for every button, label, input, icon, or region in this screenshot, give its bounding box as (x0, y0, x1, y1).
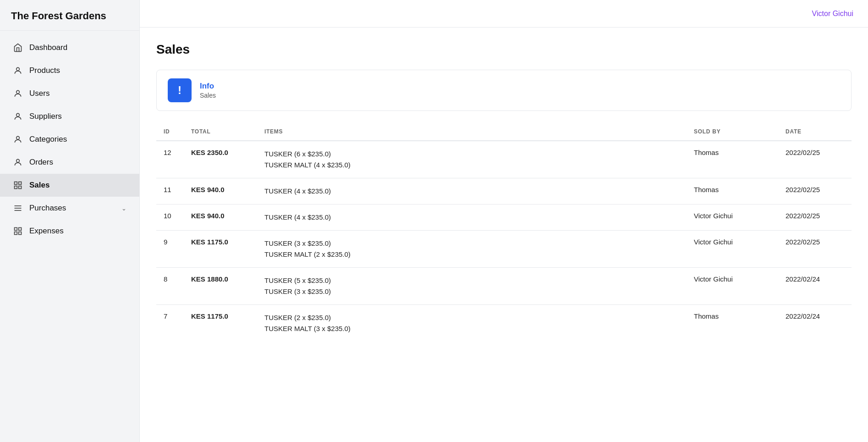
sidebar-label-expenses: Expenses (29, 227, 126, 236)
cell-items: TUSKER (6 x $235.0)TUSKER MALT (4 x $235… (257, 141, 687, 178)
svg-point-2 (16, 113, 20, 116)
item-line: TUSKER (6 x $235.0) (264, 149, 679, 160)
sidebar-item-suppliers[interactable]: Suppliers (0, 105, 139, 128)
cell-items: TUSKER (4 x $235.0) (257, 178, 687, 204)
cell-items: TUSKER (2 x $235.0)TUSKER MALT (3 x $235… (257, 305, 687, 342)
col-date: DATE (778, 124, 852, 141)
home-icon (13, 43, 23, 53)
topbar: Victor Gichui (140, 0, 868, 28)
info-icon-box: ! (168, 78, 192, 102)
sidebar-item-products[interactable]: Products (0, 59, 139, 82)
svg-rect-12 (15, 228, 17, 231)
cell-id: 10 (156, 204, 184, 231)
sidebar-label-sales: Sales (29, 181, 126, 190)
cell-id: 7 (156, 305, 184, 342)
item-line: TUSKER (4 x $235.0) (264, 186, 679, 197)
cell-date: 2022/02/24 (778, 268, 852, 305)
col-items: ITEMS (257, 124, 687, 141)
svg-rect-7 (15, 186, 17, 189)
sidebar-nav: Dashboard Products Users Suppliers Categ (0, 31, 139, 248)
cell-id: 12 (156, 141, 184, 178)
sidebar-label-orders: Orders (29, 158, 126, 167)
svg-point-1 (16, 90, 20, 94)
svg-rect-5 (15, 182, 17, 185)
sidebar-label-dashboard: Dashboard (29, 43, 126, 52)
sidebar-item-purchases[interactable]: Purchases ⌄ (0, 197, 139, 220)
sidebar-item-dashboard[interactable]: Dashboard (0, 36, 139, 59)
suppliers-icon (13, 111, 23, 122)
sidebar-item-expenses[interactable]: Expenses (0, 220, 139, 243)
cell-total: KES 940.0 (184, 204, 257, 231)
item-line: TUSKER (3 x $235.0) (264, 238, 679, 249)
table-row: 11KES 940.0TUSKER (4 x $235.0)Thomas2022… (156, 178, 852, 204)
cell-date: 2022/02/25 (778, 204, 852, 231)
cell-soldby: Thomas (687, 141, 778, 178)
sidebar: The Forest Gardens Dashboard Products Us… (0, 0, 140, 442)
cell-total: KES 940.0 (184, 178, 257, 204)
item-line: TUSKER MALT (3 x $235.0) (264, 323, 679, 334)
main-area: Victor Gichui Sales ! Info Sales ID TOTA… (140, 0, 868, 442)
cell-date: 2022/02/24 (778, 305, 852, 342)
sales-table: ID TOTAL ITEMS SOLD BY DATE 12KES 2350.0… (156, 124, 852, 342)
cell-total: KES 1175.0 (184, 231, 257, 268)
cell-soldby: Victor Gichui (687, 231, 778, 268)
chevron-down-icon: ⌄ (121, 205, 126, 212)
table-header-row: ID TOTAL ITEMS SOLD BY DATE (156, 124, 852, 141)
cell-date: 2022/02/25 (778, 141, 852, 178)
table-row: 12KES 2350.0TUSKER (6 x $235.0)TUSKER MA… (156, 141, 852, 178)
cell-soldby: Thomas (687, 178, 778, 204)
cell-items: TUSKER (3 x $235.0)TUSKER MALT (2 x $235… (257, 231, 687, 268)
cell-id: 8 (156, 268, 184, 305)
item-line: TUSKER (3 x $235.0) (264, 286, 679, 297)
sidebar-item-users[interactable]: Users (0, 82, 139, 105)
cell-total: KES 1880.0 (184, 268, 257, 305)
svg-rect-13 (19, 228, 22, 231)
categories-icon (13, 134, 23, 144)
users-icon (13, 88, 23, 99)
col-id: ID (156, 124, 184, 141)
cell-soldby: Victor Gichui (687, 268, 778, 305)
svg-point-4 (16, 159, 20, 162)
cell-id: 11 (156, 178, 184, 204)
cell-soldby: Thomas (687, 305, 778, 342)
col-soldby: SOLD BY (687, 124, 778, 141)
sidebar-label-products: Products (29, 66, 126, 75)
cell-soldby: Victor Gichui (687, 204, 778, 231)
info-card: ! Info Sales (156, 70, 852, 111)
sidebar-label-suppliers: Suppliers (29, 112, 126, 121)
item-line: TUSKER (4 x $235.0) (264, 212, 679, 223)
app-title: The Forest Gardens (0, 0, 139, 31)
sidebar-item-orders[interactable]: Orders (0, 151, 139, 174)
sidebar-item-sales[interactable]: Sales (0, 174, 139, 197)
page-title: Sales (156, 42, 852, 57)
sales-icon (13, 180, 23, 190)
table-row: 10KES 940.0TUSKER (4 x $235.0)Victor Gic… (156, 204, 852, 231)
col-total: TOTAL (184, 124, 257, 141)
item-line: TUSKER (5 x $235.0) (264, 275, 679, 286)
cell-items: TUSKER (5 x $235.0)TUSKER (3 x $235.0) (257, 268, 687, 305)
svg-point-0 (16, 67, 20, 71)
cell-total: KES 1175.0 (184, 305, 257, 342)
svg-point-3 (16, 136, 20, 139)
item-line: TUSKER MALT (2 x $235.0) (264, 249, 679, 260)
main-content: Sales ! Info Sales ID TOTAL ITEMS SOLD B… (140, 28, 868, 442)
info-text: Info Sales (200, 82, 216, 99)
sidebar-label-purchases: Purchases (29, 204, 115, 213)
sidebar-item-categories[interactable]: Categories (0, 128, 139, 151)
sidebar-label-categories: Categories (29, 135, 126, 144)
cell-items: TUSKER (4 x $235.0) (257, 204, 687, 231)
expenses-icon (13, 226, 23, 236)
svg-rect-8 (19, 186, 22, 189)
table-row: 8KES 1880.0TUSKER (5 x $235.0)TUSKER (3 … (156, 268, 852, 305)
table-row: 9KES 1175.0TUSKER (3 x $235.0)TUSKER MAL… (156, 231, 852, 268)
orders-icon (13, 157, 23, 167)
svg-rect-6 (19, 182, 22, 185)
user-name[interactable]: Victor Gichui (812, 10, 853, 18)
purchases-icon (13, 203, 23, 213)
cell-date: 2022/02/25 (778, 178, 852, 204)
item-line: TUSKER (2 x $235.0) (264, 312, 679, 323)
cell-id: 9 (156, 231, 184, 268)
exclamation-icon: ! (178, 84, 181, 97)
info-title: Info (200, 82, 216, 91)
cell-total: KES 2350.0 (184, 141, 257, 178)
